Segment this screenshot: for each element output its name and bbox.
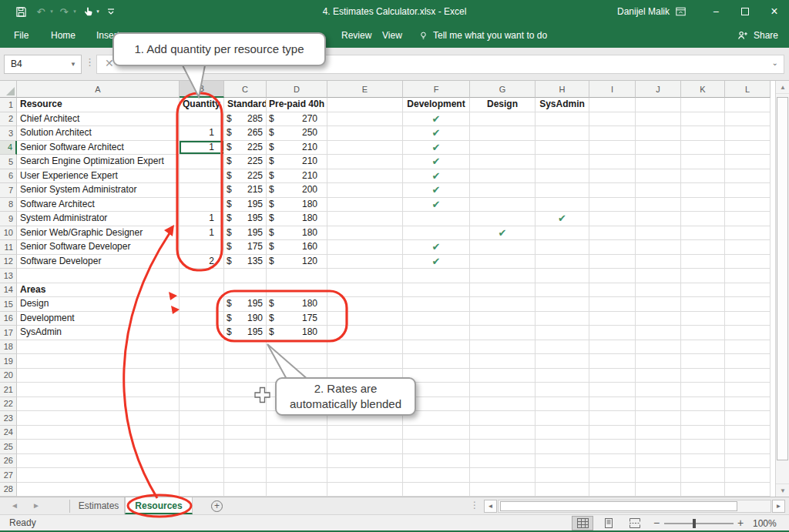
cell-G28[interactable] bbox=[470, 483, 536, 497]
cell-E12[interactable] bbox=[327, 255, 403, 269]
cell-G15[interactable] bbox=[470, 297, 536, 312]
cell-A16[interactable]: Development bbox=[17, 312, 180, 326]
cell-L28[interactable] bbox=[725, 483, 771, 497]
horizontal-scroll-thumb[interactable] bbox=[500, 501, 737, 511]
cell-C13[interactable] bbox=[224, 269, 267, 283]
cell-I27[interactable] bbox=[589, 468, 636, 483]
cell-K11[interactable] bbox=[681, 240, 725, 255]
select-all-button[interactable] bbox=[0, 81, 17, 98]
cell-D26[interactable] bbox=[267, 454, 327, 469]
cell-E14[interactable] bbox=[327, 283, 403, 298]
cell-L13[interactable] bbox=[725, 269, 771, 283]
page-layout-view-button[interactable] bbox=[598, 516, 619, 530]
cell-G21[interactable] bbox=[470, 383, 536, 397]
cell-E10[interactable] bbox=[327, 226, 403, 241]
cell-B8[interactable] bbox=[180, 198, 224, 212]
cell-L20[interactable] bbox=[725, 369, 771, 383]
cell-B15[interactable] bbox=[180, 297, 224, 312]
row-header-20[interactable]: 20 bbox=[0, 369, 17, 383]
cell-F5[interactable]: ✔ bbox=[403, 155, 470, 169]
cell-H24[interactable] bbox=[536, 426, 589, 440]
cell-I3[interactable] bbox=[589, 126, 636, 141]
cell-D20[interactable] bbox=[267, 369, 327, 383]
cell-E15[interactable] bbox=[327, 297, 403, 312]
cell-K26[interactable] bbox=[681, 454, 725, 469]
cell-C17[interactable]: $195 bbox=[224, 326, 267, 340]
cell-H5[interactable] bbox=[536, 155, 589, 169]
cell-K16[interactable] bbox=[681, 312, 725, 326]
sheet-nav-right-icon[interactable]: ► bbox=[32, 497, 40, 514]
cell-E11[interactable] bbox=[327, 240, 403, 255]
cell-K10[interactable] bbox=[681, 226, 725, 241]
close-button[interactable]: × bbox=[761, 0, 787, 23]
cell-J12[interactable] bbox=[636, 255, 681, 269]
cell-K25[interactable] bbox=[681, 440, 725, 454]
cell-L19[interactable] bbox=[725, 354, 771, 369]
cell-L5[interactable] bbox=[725, 155, 771, 169]
col-header-C[interactable]: C bbox=[224, 81, 267, 98]
row-header-3[interactable]: 3 bbox=[0, 126, 17, 141]
cell-B24[interactable] bbox=[180, 426, 224, 440]
cell-A23[interactable] bbox=[17, 411, 180, 426]
tab-file[interactable]: File bbox=[14, 23, 29, 48]
cell-F28[interactable] bbox=[403, 483, 470, 497]
cell-E21[interactable] bbox=[327, 383, 403, 397]
cell-I15[interactable] bbox=[589, 297, 636, 312]
cell-B13[interactable] bbox=[180, 269, 224, 283]
cell-I23[interactable] bbox=[589, 411, 636, 426]
col-header-J[interactable]: J bbox=[636, 81, 681, 98]
cell-G1[interactable]: Design bbox=[470, 98, 536, 112]
cell-B2[interactable] bbox=[180, 112, 224, 127]
cell-G27[interactable] bbox=[470, 468, 536, 483]
row-header-1[interactable]: 1 bbox=[0, 98, 17, 112]
cell-C20[interactable] bbox=[224, 369, 267, 383]
row-header-26[interactable]: 26 bbox=[0, 454, 17, 469]
row-header-8[interactable]: 8 bbox=[0, 198, 17, 212]
cell-K7[interactable] bbox=[681, 183, 725, 198]
cell-J17[interactable] bbox=[636, 326, 681, 340]
vertical-scrollbar[interactable]: ▲ ▼ bbox=[775, 81, 789, 497]
row-header-9[interactable]: 9 bbox=[0, 212, 17, 226]
cell-J15[interactable] bbox=[636, 297, 681, 312]
cell-E24[interactable] bbox=[327, 426, 403, 440]
cell-G9[interactable] bbox=[470, 212, 536, 226]
cell-H7[interactable] bbox=[536, 183, 589, 198]
cell-J5[interactable] bbox=[636, 155, 681, 169]
cell-H14[interactable] bbox=[536, 283, 589, 298]
cell-C2[interactable]: $285 bbox=[224, 112, 267, 127]
user-account[interactable]: Danijel Malik bbox=[617, 0, 670, 23]
cell-E27[interactable] bbox=[327, 468, 403, 483]
cell-H9[interactable]: ✔ bbox=[536, 212, 589, 226]
cell-I16[interactable] bbox=[589, 312, 636, 326]
cell-J10[interactable] bbox=[636, 226, 681, 241]
cell-D1[interactable]: Pre-paid 40h bbox=[267, 98, 327, 112]
cell-L3[interactable] bbox=[725, 126, 771, 141]
row-header-19[interactable]: 19 bbox=[0, 354, 17, 369]
col-header-A[interactable]: A bbox=[17, 81, 180, 98]
cell-B21[interactable] bbox=[180, 383, 224, 397]
cell-H23[interactable] bbox=[536, 411, 589, 426]
row-header-17[interactable]: 17 bbox=[0, 326, 17, 340]
cell-L12[interactable] bbox=[725, 255, 771, 269]
row-header-16[interactable]: 16 bbox=[0, 312, 17, 326]
cell-H19[interactable] bbox=[536, 354, 589, 369]
cell-D8[interactable]: $180 bbox=[267, 198, 327, 212]
cell-F24[interactable] bbox=[403, 426, 470, 440]
cell-I1[interactable] bbox=[589, 98, 636, 112]
cell-K17[interactable] bbox=[681, 326, 725, 340]
cell-E18[interactable] bbox=[327, 340, 403, 355]
cell-J13[interactable] bbox=[636, 269, 681, 283]
row-header-22[interactable]: 22 bbox=[0, 397, 17, 412]
cell-K19[interactable] bbox=[681, 354, 725, 369]
cell-K8[interactable] bbox=[681, 198, 725, 212]
normal-view-button[interactable] bbox=[572, 516, 593, 530]
tab-view[interactable]: View bbox=[382, 23, 402, 48]
cell-A11[interactable]: Senior Software Developer bbox=[17, 240, 180, 255]
cell-F20[interactable] bbox=[403, 369, 470, 383]
cell-C1[interactable]: Standard bbox=[224, 98, 267, 112]
cell-L10[interactable] bbox=[725, 226, 771, 241]
cell-C23[interactable] bbox=[224, 411, 267, 426]
cell-A2[interactable]: Chief Architect bbox=[17, 112, 180, 127]
cell-H28[interactable] bbox=[536, 483, 589, 497]
col-header-L[interactable]: L bbox=[725, 81, 771, 98]
